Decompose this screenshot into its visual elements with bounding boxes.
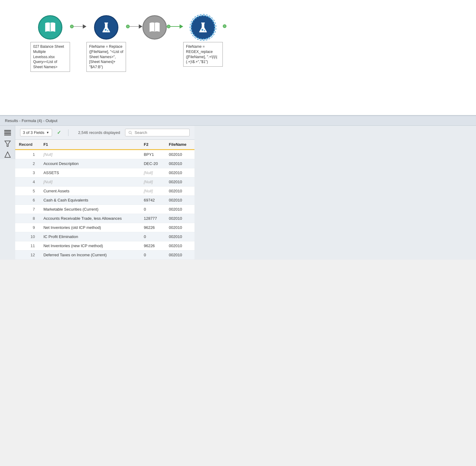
cell-filename: 002010: [165, 196, 194, 205]
cell-record: 5: [15, 187, 40, 196]
col-f2: F2: [140, 140, 165, 150]
cell-record: 9: [15, 223, 40, 232]
node-1-icon[interactable]: [38, 15, 62, 40]
line-1: [74, 26, 83, 27]
output-dot-3: [167, 25, 170, 28]
table-row: 4[Null][Null]002010: [15, 177, 194, 187]
cell-record: 2: [15, 159, 40, 168]
table-row: 2Account DescriptionDEC-20002010: [15, 159, 194, 168]
cell-record: 10: [15, 232, 40, 241]
cell-record: 8: [15, 214, 40, 223]
checkmark-icon[interactable]: ✓: [57, 130, 61, 135]
cell-f1: Net Inventories (new ICP method): [40, 241, 140, 251]
svg-rect-7: [4, 131, 11, 132]
node-1[interactable]: 027 Balance Sheet Multiple Levelsss.xlsx…: [30, 15, 70, 72]
cell-filename: 002010: [165, 205, 194, 214]
cell-record: 7: [15, 205, 40, 214]
cell-f1: Account Description: [40, 159, 140, 168]
cell-filename: 002010: [165, 177, 194, 187]
cell-filename: 002010: [165, 232, 194, 241]
svg-rect-9: [4, 135, 11, 135]
node-2[interactable]: FileName = Replace ([FileName], "<List o…: [86, 15, 126, 72]
table-wrapper: 3 of 3 Fields ▼ ✓ 2,546 records displaye…: [15, 126, 194, 260]
cell-filename: 002010: [165, 150, 194, 159]
cell-record: 6: [15, 196, 40, 205]
node-1-label: 027 Balance Sheet Multiple Levelsss.xlsx…: [30, 42, 70, 72]
table-row: 1[Null]BPY1002010: [15, 150, 194, 159]
node-3[interactable]: [142, 15, 167, 40]
cell-f2: 96226: [140, 223, 165, 232]
svg-marker-11: [5, 152, 10, 157]
cell-f1: Cash & Cash Equivalents: [40, 196, 140, 205]
node-2-icon[interactable]: [94, 15, 118, 40]
cell-filename: 002010: [165, 241, 194, 251]
table-row: 12Deferred Taxes on Income (Current)0002…: [15, 251, 194, 260]
cell-f2: 0: [140, 232, 165, 241]
svg-line-13: [131, 133, 132, 134]
svg-rect-2: [104, 23, 108, 23]
chevron-down-icon: ▼: [46, 131, 49, 134]
cell-f2: [Null]: [140, 177, 165, 187]
cell-filename: 002010: [165, 214, 194, 223]
connector-3-4: [167, 24, 183, 29]
list-icon[interactable]: [2, 128, 13, 137]
search-icon: [128, 131, 132, 135]
node-4-icon[interactable]: [191, 15, 215, 40]
cell-f1: IC Profit Elimination: [40, 232, 140, 241]
cell-record: 11: [15, 241, 40, 251]
cell-record: 3: [15, 168, 40, 177]
arrow-2: [139, 24, 142, 29]
svg-marker-10: [5, 141, 10, 146]
cell-f1: Marketable Securities (Current): [40, 205, 140, 214]
table-row: 7Marketable Securities (Current)0002010: [15, 205, 194, 214]
results-title: Results - Formula (4) - Output: [5, 118, 58, 123]
cell-filename: 002010: [165, 187, 194, 196]
cell-f2: BPY1: [140, 150, 165, 159]
cell-f2: 128777: [140, 214, 165, 223]
fields-label: 3 of 3 Fields: [23, 130, 44, 135]
cell-f1: ASSETS: [40, 168, 140, 177]
svg-rect-5: [201, 23, 205, 23]
svg-point-4: [204, 30, 205, 31]
svg-point-12: [129, 131, 131, 134]
side-panel: [0, 126, 15, 159]
cell-f1: Deferred Taxes on Income (Current): [40, 251, 140, 260]
arrow-1: [83, 24, 86, 29]
cell-record: 4: [15, 177, 40, 187]
node-3-icon[interactable]: [142, 15, 167, 40]
records-info: 2,546 records displayed: [78, 130, 120, 135]
shape-icon[interactable]: [2, 150, 13, 159]
results-header: Results - Formula (4) - Output: [0, 116, 476, 126]
cell-f1: Accounts Receivable Trade, less Allowanc…: [40, 214, 140, 223]
cell-f1: Net Inventories (old ICP method): [40, 223, 140, 232]
output-dot-4: [223, 24, 226, 28]
table-row: 9Net Inventories (old ICP method)9622600…: [15, 223, 194, 232]
search-input[interactable]: [135, 130, 186, 135]
table-row: 10IC Profit Elimination0002010: [15, 232, 194, 241]
cell-f2: 96226: [140, 241, 165, 251]
output-dot-1: [70, 25, 74, 28]
filter-icon[interactable]: [2, 139, 13, 148]
line-2: [130, 26, 139, 27]
arrow-3: [180, 24, 183, 29]
table-row: 8Accounts Receivable Trade, less Allowan…: [15, 214, 194, 223]
fields-dropdown[interactable]: 3 of 3 Fields ▼: [20, 129, 52, 136]
cell-filename: 002010: [165, 223, 194, 232]
table-row: 6Cash & Cash Equivalents69742002010: [15, 196, 194, 205]
line-3: [170, 26, 180, 27]
cell-f2: 69742: [140, 196, 165, 205]
node-4[interactable]: FileName = REGEX_replace ([FileName], ".…: [183, 15, 223, 67]
svg-rect-6: [4, 130, 11, 131]
cell-f2: [Null]: [140, 168, 165, 177]
col-f1: F1: [40, 140, 140, 150]
cell-filename: 002010: [165, 251, 194, 260]
table-row: 11Net Inventories (new ICP method)962260…: [15, 241, 194, 251]
cell-f2: 0: [140, 205, 165, 214]
divider-1: [68, 129, 68, 136]
search-box[interactable]: [125, 129, 190, 136]
results-container: 3 of 3 Fields ▼ ✓ 2,546 records displaye…: [0, 126, 476, 260]
node-4-label: FileName = REGEX_replace ([FileName], ".…: [183, 42, 223, 67]
workflow-row: 027 Balance Sheet Multiple Levelsss.xlsx…: [12, 9, 464, 78]
cell-f1: [Null]: [40, 150, 140, 159]
cell-f2: DEC-20: [140, 159, 165, 168]
